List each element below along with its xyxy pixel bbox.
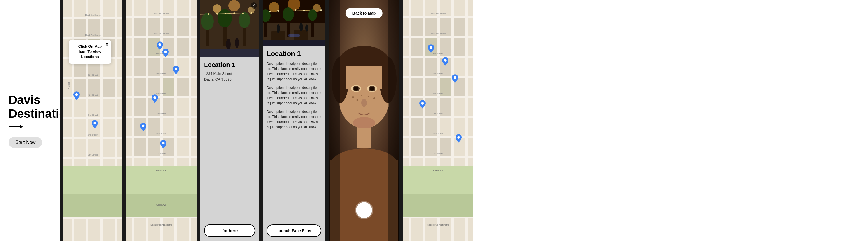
svg-text:Solano Park Apartments: Solano Park Apartments <box>150 224 172 226</box>
svg-rect-27 <box>63 166 123 194</box>
map-pin-large-3[interactable] <box>173 66 179 74</box>
start-now-button[interactable]: Start Now <box>8 137 42 148</box>
svg-point-109 <box>239 12 250 28</box>
map-panel-1[interactable]: East 8th Street East 7th Street 6th Stre… <box>63 0 123 241</box>
svg-point-222 <box>430 46 432 49</box>
map-svg-3: East 8th Street East 7th Street 6th Stre… <box>403 0 473 241</box>
map-pin-large-5[interactable] <box>140 123 147 131</box>
location-info: Location 1 1234 Main Street Davis, CA 95… <box>200 57 259 241</box>
svg-rect-65 <box>177 38 189 56</box>
map-panel-2[interactable]: East 8th Street East 7th Street 6th Stre… <box>126 0 196 241</box>
tooltip-text: Click On Map Icon To View Locations <box>78 44 102 59</box>
svg-point-225 <box>421 102 424 105</box>
svg-rect-191 <box>411 38 423 56</box>
map-pin-last-3[interactable] <box>452 74 458 83</box>
svg-point-113 <box>225 12 226 14</box>
map-pin-2[interactable] <box>73 91 80 100</box>
svg-point-39 <box>75 93 78 96</box>
map-pin-large-2[interactable] <box>162 49 168 57</box>
svg-text:1st Street: 1st Street <box>433 152 443 155</box>
desc-paragraph-3: Description description description so. … <box>267 109 321 130</box>
svg-point-116 <box>250 12 252 14</box>
desc-content: Location 1 Description description descr… <box>262 46 325 224</box>
svg-text:3rd Street: 3rd Street <box>88 114 98 116</box>
map-background-3: East 8th Street East 7th Street 6th Stre… <box>403 0 473 241</box>
map-pin-last-4[interactable] <box>419 100 426 108</box>
svg-text:East 8th Street: East 8th Street <box>86 14 101 16</box>
location-address: 1234 Main Street Davis, CA 95696 <box>204 71 255 82</box>
svg-point-96 <box>175 68 177 70</box>
desc-photo <box>262 0 325 46</box>
svg-point-162 <box>368 96 370 97</box>
svg-rect-195 <box>411 58 423 76</box>
svg-rect-119 <box>200 49 259 57</box>
map-svg-2: East 8th Street East 7th Street 6th Stre… <box>126 0 196 241</box>
svg-point-136 <box>283 7 294 21</box>
svg-point-107 <box>218 9 232 27</box>
back-to-map-button[interactable]: Back to Map <box>345 8 382 18</box>
location-scene-svg <box>200 0 259 57</box>
svg-rect-62 <box>134 38 146 56</box>
svg-rect-69 <box>134 78 146 96</box>
divider-1 <box>60 0 63 241</box>
divider-2 <box>123 0 126 241</box>
launch-face-filter-button[interactable]: Launch Face Filter <box>267 224 321 237</box>
svg-rect-169 <box>388 0 399 241</box>
svg-point-158 <box>361 99 367 107</box>
svg-rect-187 <box>411 18 423 36</box>
svg-point-163 <box>373 97 375 99</box>
svg-point-94 <box>158 44 161 46</box>
svg-point-114 <box>233 12 235 14</box>
svg-text:6th Street: 6th Street <box>433 52 443 55</box>
svg-point-118 <box>235 38 239 48</box>
map-panel-3[interactable]: East 8th Street East 7th Street 6th Stre… <box>403 0 473 241</box>
svg-rect-190 <box>454 18 465 36</box>
desc-paragraph-2: Description description description so. … <box>267 85 321 106</box>
svg-rect-194 <box>454 38 465 56</box>
svg-rect-205 <box>411 118 423 136</box>
camera-background: Back to Map <box>329 0 399 241</box>
map-pin-3[interactable] <box>92 120 98 129</box>
svg-rect-72 <box>177 78 189 96</box>
svg-rect-164 <box>357 126 371 149</box>
svg-point-111 <box>208 14 209 15</box>
map-pin-last-5[interactable] <box>456 134 462 143</box>
svg-text:A Street: A Street <box>68 82 70 89</box>
title-panel: Davis Destinations Start Now <box>0 0 60 241</box>
svg-rect-61 <box>177 18 189 36</box>
svg-point-127 <box>277 10 279 12</box>
svg-text:3rd Street: 3rd Street <box>433 112 443 115</box>
desc-photo-svg <box>262 0 325 46</box>
map-pin-large-1[interactable] <box>157 42 163 50</box>
im-here-button[interactable]: I'm here <box>204 224 255 237</box>
svg-text:Rice Lane: Rice Lane <box>156 169 167 172</box>
description-panel: Location 1 Description description descr… <box>262 0 325 241</box>
svg-text:East 7th Street: East 7th Street <box>86 34 101 36</box>
map-background-2: East 8th Street East 7th Street 6th Stre… <box>126 0 196 241</box>
svg-point-161 <box>361 95 362 96</box>
photo-close-button[interactable]: ✕ <box>251 2 257 8</box>
map-pin-large-4[interactable] <box>152 94 158 103</box>
svg-text:East 7th Street: East 7th Street <box>154 32 169 35</box>
svg-rect-58 <box>134 18 146 36</box>
svg-point-132 <box>320 9 322 11</box>
camera-shutter-button[interactable] <box>356 202 372 218</box>
title-arrow <box>8 125 23 129</box>
svg-point-157 <box>370 86 374 90</box>
svg-point-142 <box>300 23 303 31</box>
map-pin-last-2[interactable] <box>442 57 448 66</box>
svg-text:East 8th Street: East 8th Street <box>431 12 446 15</box>
svg-point-97 <box>153 96 156 99</box>
map-pin-large-6[interactable] <box>160 140 166 149</box>
svg-rect-168 <box>329 0 340 241</box>
svg-point-99 <box>162 142 164 144</box>
map-pin-last-1[interactable] <box>428 44 434 53</box>
svg-rect-145 <box>288 34 300 36</box>
svg-point-102 <box>228 0 240 11</box>
divider-4 <box>259 0 262 241</box>
svg-point-159 <box>352 96 354 98</box>
tooltip-close-button[interactable]: X <box>106 42 108 47</box>
svg-text:5th Street: 5th Street <box>88 74 98 76</box>
svg-point-98 <box>142 125 145 127</box>
svg-rect-73 <box>134 98 146 116</box>
